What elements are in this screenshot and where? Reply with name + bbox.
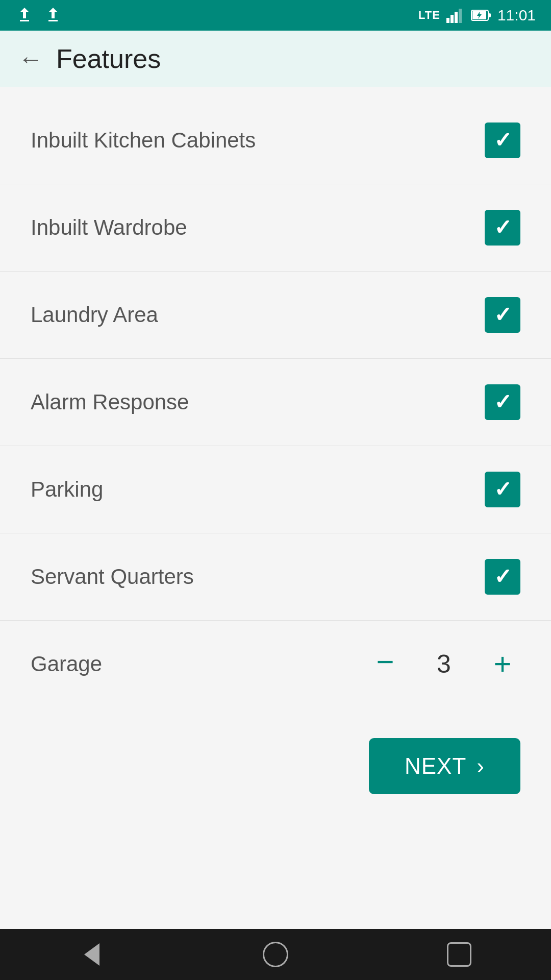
next-arrow-icon: › — [477, 753, 485, 779]
nav-recent-button[interactable] — [439, 934, 480, 975]
feature-label-parking: Parking — [31, 477, 103, 502]
feature-checkbox-inbuilt-kitchen-cabinets[interactable]: ✓ — [485, 122, 520, 158]
upload-icon-2 — [44, 6, 62, 24]
main-content: Inbuilt Kitchen Cabinets✓Inbuilt Wardrob… — [0, 87, 551, 929]
feature-checkbox-servant-quarters[interactable]: ✓ — [485, 559, 520, 595]
garage-increment-button[interactable]: + — [485, 646, 520, 682]
feature-row-inbuilt-kitchen-cabinets: Inbuilt Kitchen Cabinets✓ — [0, 97, 551, 184]
upload-icon-1 — [15, 6, 34, 24]
feature-row-laundry-area: Laundry Area✓ — [0, 272, 551, 359]
status-indicators: LTE 11:01 — [418, 7, 536, 24]
feature-checkbox-inbuilt-wardrobe[interactable]: ✓ — [485, 210, 520, 246]
feature-label-inbuilt-wardrobe: Inbuilt Wardrobe — [31, 215, 187, 240]
minus-icon: − — [376, 647, 394, 677]
back-arrow-icon: ← — [18, 45, 43, 73]
garage-label: Garage — [31, 652, 367, 676]
svg-rect-2 — [455, 12, 458, 23]
status-bar-left — [15, 6, 62, 24]
battery-icon — [471, 9, 491, 22]
lte-badge: LTE — [418, 9, 440, 22]
time-display: 11:01 — [497, 7, 536, 24]
page-title: Features — [56, 43, 161, 74]
feature-row-parking: Parking✓ — [0, 446, 551, 533]
check-mark-icon: ✓ — [494, 217, 512, 238]
feature-rows-container: Inbuilt Kitchen Cabinets✓Inbuilt Wardrob… — [0, 97, 551, 621]
back-nav-icon — [84, 943, 99, 966]
feature-checkbox-alarm-response[interactable]: ✓ — [485, 384, 520, 420]
signal-icon — [446, 8, 465, 23]
garage-stepper-row: Garage − 3 + — [0, 621, 551, 707]
home-nav-icon — [263, 942, 288, 967]
recent-nav-icon — [447, 942, 471, 967]
stepper-controls: − 3 + — [367, 646, 520, 682]
check-mark-icon: ✓ — [494, 566, 512, 587]
feature-label-alarm-response: Alarm Response — [31, 390, 189, 414]
check-mark-icon: ✓ — [494, 304, 512, 326]
feature-label-laundry-area: Laundry Area — [31, 303, 158, 327]
garage-value: 3 — [429, 649, 459, 679]
check-mark-icon: ✓ — [494, 479, 512, 500]
toolbar: ← Features — [0, 31, 551, 87]
bottom-nav — [0, 929, 551, 980]
svg-rect-0 — [446, 18, 449, 23]
next-button-container: NEXT › — [0, 707, 551, 815]
feature-row-alarm-response: Alarm Response✓ — [0, 359, 551, 446]
status-bar: LTE 11:01 — [0, 0, 551, 31]
garage-decrement-button[interactable]: − — [367, 646, 403, 682]
feature-row-inbuilt-wardrobe: Inbuilt Wardrobe✓ — [0, 184, 551, 272]
check-mark-icon: ✓ — [494, 391, 512, 413]
feature-label-servant-quarters: Servant Quarters — [31, 565, 194, 589]
plus-icon: + — [493, 649, 511, 679]
nav-back-button[interactable] — [71, 934, 112, 975]
check-mark-icon: ✓ — [494, 130, 512, 151]
svg-rect-1 — [450, 15, 454, 23]
feature-checkbox-laundry-area[interactable]: ✓ — [485, 297, 520, 333]
svg-rect-3 — [459, 9, 462, 23]
svg-rect-6 — [489, 13, 491, 17]
next-button-label: NEXT — [405, 753, 466, 779]
feature-label-inbuilt-kitchen-cabinets: Inbuilt Kitchen Cabinets — [31, 128, 256, 153]
nav-home-button[interactable] — [255, 934, 296, 975]
feature-checkbox-parking[interactable]: ✓ — [485, 472, 520, 507]
back-button[interactable]: ← — [15, 43, 46, 74]
feature-row-servant-quarters: Servant Quarters✓ — [0, 533, 551, 621]
next-button[interactable]: NEXT › — [369, 738, 520, 794]
